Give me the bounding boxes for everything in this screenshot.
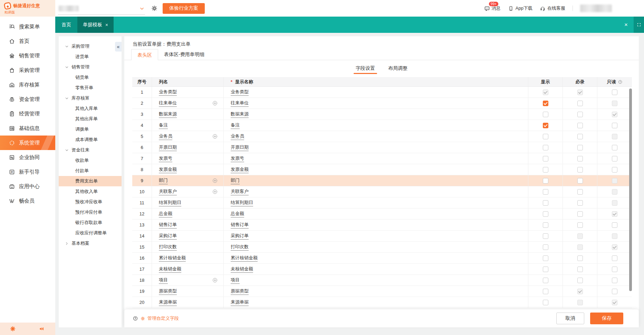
display-name-text[interactable]: 总金额 xyxy=(231,211,244,217)
sidebar-item-collab[interactable]: 企业协同 xyxy=(0,150,55,165)
table-row[interactable]: 20来源单据来源单据 xyxy=(132,297,632,308)
sidebar-item-purchase[interactable]: 采购管理 xyxy=(0,63,55,77)
tree-group[interactable]: 采购管理 xyxy=(59,41,122,52)
checkbox-show[interactable] xyxy=(543,267,548,272)
table-row[interactable]: 6开票日期开票日期 xyxy=(132,142,632,153)
fullscreen-button[interactable] xyxy=(634,17,644,33)
checkbox-readonly[interactable] xyxy=(612,289,617,294)
checkbox-readonly[interactable] xyxy=(612,167,617,173)
tree-item[interactable]: 成本调整单 xyxy=(59,134,122,145)
tree-item-selected[interactable]: 费用支出单 xyxy=(59,176,122,186)
checkbox-show[interactable] xyxy=(543,145,548,150)
checkbox-show[interactable] xyxy=(543,167,548,173)
display-name-text[interactable]: 数据来源 xyxy=(231,111,249,118)
try-industry-solution-button[interactable]: 体验行业方案 xyxy=(163,3,205,14)
checkbox-show[interactable] xyxy=(543,278,548,283)
close-tab-icon[interactable]: × xyxy=(105,22,108,27)
gear-icon[interactable] xyxy=(151,5,158,12)
display-name-text[interactable]: 来源单据 xyxy=(231,299,249,306)
announcement-speaker-icon[interactable] xyxy=(39,326,45,332)
display-name-text[interactable]: 发票金额 xyxy=(231,166,249,173)
table-row[interactable]: 16累计核销金额累计核销金额 xyxy=(132,253,632,264)
tree-item[interactable]: 其他入库单 xyxy=(59,103,122,114)
checkbox-show[interactable] xyxy=(543,134,548,139)
table-row[interactable]: 14采购订单采购订单 xyxy=(132,231,632,242)
online-support-button[interactable]: 在线客服 xyxy=(540,5,565,11)
sidebar-item-guide[interactable]: 新新手引导 xyxy=(0,165,55,179)
display-name-text[interactable]: 采购订单 xyxy=(231,233,249,240)
table-row[interactable]: 12总金额总金额 xyxy=(132,208,632,220)
plus-circle-icon[interactable] xyxy=(212,133,218,139)
checkbox-show[interactable] xyxy=(543,211,548,217)
display-name-text[interactable]: 关联客户 xyxy=(231,188,249,195)
checkbox-required[interactable] xyxy=(577,222,583,228)
display-name-text[interactable]: 部门 xyxy=(231,177,240,184)
plus-circle-icon[interactable] xyxy=(212,189,218,195)
sidebar-item-sales[interactable]: 销售管理 xyxy=(0,48,55,63)
checkbox-required[interactable] xyxy=(577,112,583,117)
tree-item[interactable]: 预收冲应收单 xyxy=(59,197,122,207)
checkbox-required[interactable] xyxy=(577,278,583,283)
checkbox-show[interactable] xyxy=(543,112,548,117)
tree-item[interactable]: 销货单 xyxy=(59,72,122,83)
checkbox-required[interactable] xyxy=(577,145,583,150)
checkbox-readonly[interactable] xyxy=(612,222,617,228)
messages-button[interactable]: 99+ 消息 xyxy=(484,5,501,11)
checkbox-readonly[interactable] xyxy=(612,145,617,150)
sidebar-item-inventory[interactable]: 库存核算 xyxy=(0,77,55,92)
settings-gear-icon[interactable] xyxy=(10,326,16,332)
checkbox-show[interactable] xyxy=(543,189,548,195)
checkbox-show[interactable] xyxy=(543,222,548,228)
display-name-text[interactable]: 销售订单 xyxy=(231,222,249,229)
display-name-text[interactable]: 票据类型 xyxy=(231,288,249,295)
tree-item[interactable]: 其他收入单 xyxy=(59,186,122,197)
help-icon[interactable] xyxy=(133,316,138,321)
sidebar-item-system[interactable]: 系统管理 xyxy=(0,136,55,150)
table-row[interactable]: 5业务员业务员 xyxy=(132,131,632,142)
checkbox-readonly[interactable] xyxy=(612,267,617,272)
scrollbar-thumb[interactable] xyxy=(629,89,632,291)
tree-group[interactable]: 库存核算 xyxy=(59,93,122,103)
tree-item[interactable]: 零售开单 xyxy=(59,83,122,93)
plus-circle-icon[interactable] xyxy=(212,277,218,283)
display-name-text[interactable]: 未核销金额 xyxy=(231,266,253,273)
display-name-text[interactable]: 业务类型 xyxy=(231,89,249,96)
checkbox-show[interactable] xyxy=(543,233,548,239)
sidebar-item-funds[interactable]: 资金管理 xyxy=(0,92,55,106)
checkbox-required[interactable] xyxy=(577,211,583,217)
checkbox-required[interactable] xyxy=(577,167,583,173)
checkbox-show[interactable] xyxy=(543,300,548,305)
table-row[interactable]: 8发票金额发票金额 xyxy=(132,164,632,175)
table-row[interactable]: 9部门部门 xyxy=(132,175,632,186)
tree-item[interactable]: 其他出库单 xyxy=(59,114,122,124)
tree-item[interactable]: 收款单 xyxy=(59,155,122,166)
table-row[interactable]: 2往来单位往来单位 xyxy=(132,98,632,109)
table-row[interactable]: 13销售订单销售订单 xyxy=(132,220,632,231)
table-row[interactable]: 4备注备注 xyxy=(132,120,632,131)
tree-item[interactable]: 调拨单 xyxy=(59,124,122,134)
sidebar-item-basicinfo[interactable]: 基础信息 xyxy=(0,121,55,136)
checkbox-required[interactable] xyxy=(577,178,583,184)
tree-item[interactable]: 应收应付调整单 xyxy=(59,228,122,238)
tree-item[interactable]: 付款单 xyxy=(59,166,122,176)
table-row[interactable]: 19票据类型票据类型 xyxy=(132,286,632,297)
readonly-help-icon[interactable] xyxy=(618,80,623,84)
tab-header-region[interactable]: 表头区 xyxy=(131,49,158,60)
save-button[interactable]: 保存 xyxy=(590,313,623,324)
table-row[interactable]: 3数据来源数据来源 xyxy=(132,109,632,120)
display-name-text[interactable]: 往来单位 xyxy=(231,100,249,107)
cancel-button[interactable]: 取消 xyxy=(556,313,584,324)
display-name-text[interactable]: 备注 xyxy=(231,122,240,129)
sidebar-item-member[interactable]: 畅会员 xyxy=(0,194,55,208)
checkbox-required[interactable] xyxy=(577,123,583,128)
checkbox-show[interactable] xyxy=(543,178,548,184)
table-row[interactable]: 7发票号发票号 xyxy=(132,153,632,164)
plus-circle-icon[interactable] xyxy=(212,178,218,184)
display-name-text[interactable]: 项目 xyxy=(231,277,240,284)
tab-document-template[interactable]: 单据模板 × xyxy=(77,17,114,33)
tree-item[interactable]: 预付冲应付单 xyxy=(59,207,122,217)
manage-custom-fields-link[interactable]: 管理自定义字段 xyxy=(147,315,179,322)
checkbox-show[interactable] xyxy=(543,101,548,106)
checkbox-readonly[interactable] xyxy=(612,278,617,283)
checkbox-required[interactable] xyxy=(577,156,583,161)
